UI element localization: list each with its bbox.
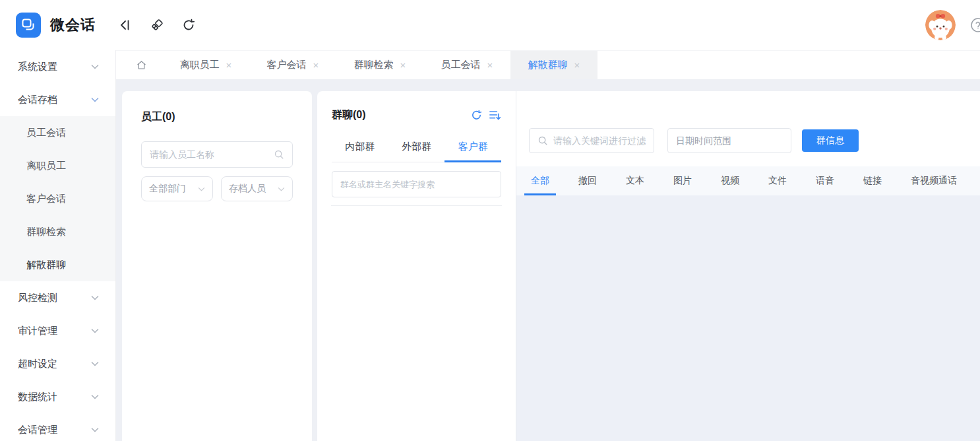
chevron-down-icon [91, 427, 99, 432]
employee-search-box [141, 141, 293, 168]
tab-departed-employee[interactable]: 离职员工 × [162, 51, 249, 79]
sidebar-item-label: 超时设定 [18, 358, 57, 370]
close-icon[interactable]: × [487, 59, 493, 71]
filter-tab-video[interactable]: 视频 [714, 166, 746, 195]
archive-staff-select-value: 存档人员 [229, 183, 266, 195]
sidebar-nav: 系统设置 会话存档 员工会话 离职员工 客户会话 群聊检索 解散群聊 风控检测 [0, 50, 116, 441]
message-toolbar: 群信息 [516, 91, 980, 153]
sidebar-subitem-label: 解散群聊 [26, 259, 66, 271]
date-range-box [667, 128, 791, 153]
clear-brush-icon[interactable] [150, 18, 164, 32]
chevron-down-icon [91, 64, 99, 69]
sort-list-icon[interactable] [489, 109, 501, 121]
tab-label: 解散群聊 [528, 59, 568, 71]
sidebar-subitem-departed-employee[interactable]: 离职员工 [0, 149, 115, 182]
date-range-input[interactable] [676, 135, 783, 146]
department-select[interactable]: 全部部门 [141, 176, 213, 201]
chevron-down-icon [91, 295, 99, 300]
sidebar-item-session-archive[interactable]: 会话存档 [0, 83, 115, 116]
archive-staff-select[interactable]: 存档人员 [221, 176, 293, 201]
filter-tab-all[interactable]: 全部 [524, 166, 556, 195]
chevron-down-icon [91, 361, 99, 366]
tab-external-group[interactable]: 外部群 [388, 141, 445, 162]
tab-group-chat-search[interactable]: 群聊检索 × [336, 51, 423, 79]
close-icon[interactable]: × [313, 59, 319, 71]
app-logo [16, 13, 41, 38]
help-icon[interactable] [970, 17, 980, 33]
filter-tab-file[interactable]: 文件 [762, 166, 793, 195]
close-icon[interactable]: × [226, 59, 232, 71]
keyword-filter-input[interactable] [553, 135, 646, 146]
sidebar-subitem-group-chat-search[interactable]: 群聊检索 [0, 215, 115, 248]
filter-tab-image[interactable]: 图片 [667, 166, 698, 195]
sidebar-subitem-employee-session[interactable]: 员工会话 [0, 116, 115, 149]
filter-tab-voice[interactable]: 语音 [809, 166, 841, 195]
group-type-tabs: 内部群 外部群 客户群 [332, 141, 501, 162]
sidebar-submenu: 员工会话 离职员工 客户会话 群聊检索 解散群聊 [0, 116, 115, 281]
employee-search-input[interactable] [150, 149, 268, 160]
search-icon [537, 135, 548, 146]
tab-customer-session[interactable]: 客户会话 × [249, 51, 336, 79]
sidebar-item-label: 会话存档 [18, 94, 57, 106]
user-avatar[interactable] [925, 10, 956, 40]
sidebar-subitem-label: 群聊检索 [26, 226, 66, 238]
sidebar-item-session-management[interactable]: 会话管理 [0, 413, 115, 441]
group-panel-title: 群聊(0) [332, 108, 366, 122]
group-list-panel: 群聊(0) [317, 91, 516, 441]
sidebar-item-timeout-settings[interactable]: 超时设定 [0, 347, 115, 380]
sidebar-item-data-statistics[interactable]: 数据统计 [0, 380, 115, 413]
tab-internal-group[interactable]: 内部群 [332, 141, 388, 162]
header-toolbar [118, 18, 196, 32]
chevron-down-icon [91, 328, 99, 333]
group-info-button[interactable]: 群信息 [802, 129, 859, 152]
filter-tab-link[interactable]: 链接 [857, 166, 888, 195]
tab-customer-group[interactable]: 客户群 [444, 141, 501, 162]
app-title: 微会话 [50, 15, 96, 35]
sidebar-item-audit-management[interactable]: 审计管理 [0, 314, 115, 347]
employee-filter-row: 全部部门 存档人员 [141, 176, 293, 201]
sidebar-subitem-label: 员工会话 [26, 127, 66, 139]
chat-logo-icon [20, 17, 36, 33]
sidebar-item-system-settings[interactable]: 系统设置 [0, 50, 115, 83]
dissolved-group-content: 群聊(0) [317, 91, 980, 441]
department-select-value: 全部部门 [149, 183, 186, 195]
chevron-down-icon [278, 187, 285, 191]
open-tabs-bar: 离职员工 × 客户会话 × 群聊检索 × 员工会话 × 解散群聊 × [116, 50, 980, 79]
chevron-down-icon [198, 187, 205, 191]
filter-tab-text[interactable]: 文本 [619, 166, 651, 195]
home-tab-button[interactable] [120, 51, 162, 79]
group-panel-actions [470, 109, 501, 121]
collapse-sidebar-icon[interactable] [118, 18, 133, 32]
refresh-icon[interactable] [470, 109, 483, 121]
employee-panel: 员工(0) 全部部门 存档人员 [122, 91, 312, 441]
group-panel-header: 群聊(0) [332, 108, 501, 122]
employee-panel-title: 员工(0) [141, 91, 293, 124]
filter-tab-recalled[interactable]: 撤回 [572, 166, 603, 195]
close-icon[interactable]: × [574, 59, 580, 71]
tab-dissolved-group[interactable]: 解散群聊 × [510, 51, 597, 79]
sidebar-item-label: 数据统计 [18, 391, 57, 403]
message-panel: 群信息 全部 撤回 文本 图片 视频 文件 语音 链接 音视频通话 [516, 91, 980, 441]
chevron-down-icon [91, 97, 99, 102]
chevron-down-icon [91, 394, 99, 399]
group-list-divider [331, 205, 502, 206]
search-icon [274, 149, 284, 160]
sidebar-subitem-customer-session[interactable]: 客户会话 [0, 182, 115, 215]
tab-label: 离职员工 [180, 59, 220, 71]
filter-tab-av-call[interactable]: 音视频通话 [904, 166, 964, 195]
sidebar-item-label: 会话管理 [18, 424, 57, 436]
sidebar-item-risk-control[interactable]: 风控检测 [0, 281, 115, 314]
sidebar-subitem-label: 客户会话 [26, 193, 66, 205]
message-list-area [516, 195, 980, 441]
tab-label: 员工会话 [441, 59, 481, 71]
group-search-input[interactable] [340, 180, 493, 189]
refresh-icon[interactable] [181, 18, 196, 32]
sidebar-subitem-dissolved-group[interactable]: 解散群聊 [0, 248, 115, 281]
tab-employee-session[interactable]: 员工会话 × [423, 51, 510, 79]
sidebar-item-label: 审计管理 [18, 325, 57, 337]
close-icon[interactable]: × [400, 59, 406, 71]
message-type-filter: 全部 撤回 文本 图片 视频 文件 语音 链接 音视频通话 [516, 166, 980, 195]
keyword-filter-box [529, 128, 654, 153]
sidebar-subitem-label: 离职员工 [26, 160, 66, 172]
tab-label: 客户会话 [267, 59, 307, 71]
